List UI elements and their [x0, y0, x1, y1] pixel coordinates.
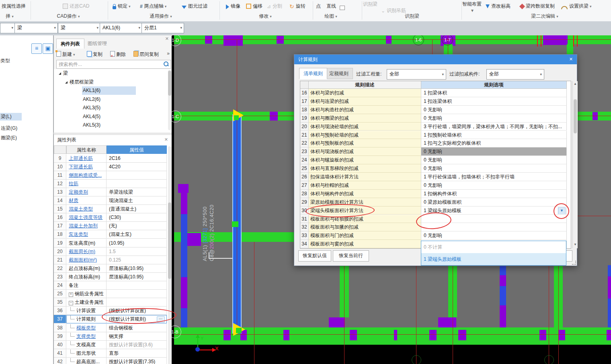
- property-name-label[interactable]: 模板类型: [76, 325, 96, 331]
- property-value[interactable]: [107, 298, 167, 307]
- element-type-combo-3[interactable]: AKL1(6)▾: [100, 23, 142, 33]
- property-value[interactable]: 按默认计算设置(3.6): [107, 341, 167, 349]
- rule-option-value[interactable]: 0 梁原始模板面积: [421, 198, 567, 207]
- column[interactable]: [205, 36, 212, 44]
- rule-option-value[interactable]: 0 无影响: [421, 231, 567, 240]
- delete-component-button[interactable]: 删除: [110, 50, 126, 59]
- element-type-combo-1[interactable]: 梁▾: [14, 23, 58, 33]
- collapse-icon[interactable]: −: [69, 301, 73, 305]
- property-name[interactable]: 混凝土强度等级: [66, 213, 107, 222]
- tree-scrollbar[interactable]: [168, 71, 171, 96]
- column[interactable]: [386, 36, 392, 44]
- copy-component-button[interactable]: 复制: [87, 50, 103, 59]
- dialog-resize-grip[interactable]: [572, 261, 576, 265]
- column-segment[interactable]: [500, 275, 506, 286]
- ribbon-group-5[interactable]: 识别梁: [405, 13, 419, 20]
- dialog-close-icon[interactable]: ✕: [569, 57, 573, 62]
- beam-vertical-blue[interactable]: [181, 214, 187, 277]
- property-value[interactable]: 4C20: [107, 163, 167, 171]
- beam-vertical-blue[interactable]: [608, 265, 611, 333]
- property-value[interactable]: 直形: [107, 349, 167, 358]
- column[interactable]: [458, 330, 466, 340]
- chevron-down-icon[interactable]: ▾: [73, 53, 75, 57]
- property-name-label[interactable]: 混凝土类型: [69, 206, 93, 212]
- property-name-label[interactable]: 侧面构造或受...: [69, 172, 102, 178]
- property-name[interactable]: 支撑类型: [66, 332, 107, 341]
- set-arch-beam-button[interactable]: 设置拱梁▾: [561, 2, 592, 10]
- property-name-label[interactable]: 泵送类型: [69, 231, 88, 237]
- rule-option-value[interactable]: 1 扣连梁体积: [421, 97, 567, 106]
- open-calc-rules-ellipsis-button[interactable]: ⋯: [157, 316, 165, 323]
- chevron-down-icon[interactable]: ▾: [54, 23, 56, 32]
- property-value[interactable]: (C30): [107, 213, 167, 222]
- tab-quota-rules[interactable]: 定额规则: [325, 68, 353, 79]
- property-value[interactable]: 1.5: [107, 247, 167, 256]
- column-segment[interactable]: [500, 305, 506, 327]
- tree-item-AKL2(6)[interactable]: AKL2(6): [83, 95, 100, 104]
- property-name-label[interactable]: 混凝土外加剂: [69, 223, 98, 229]
- property-name[interactable]: 下部通长筋: [66, 163, 107, 171]
- rule-option-value[interactable]: 0 无影响: [421, 106, 567, 114]
- beam-end-node[interactable]: [234, 115, 239, 120]
- property-name[interactable]: 定额类别: [66, 188, 107, 196]
- new-component-button[interactable]: 新建▾: [56, 50, 75, 59]
- column[interactable]: [394, 330, 397, 340]
- property-value[interactable]: 层顶标高(10.95): [107, 273, 167, 281]
- property-name[interactable]: 混凝土外加剂: [66, 222, 107, 230]
- property-value[interactable]: 2C16: [107, 154, 167, 163]
- column[interactable]: [607, 330, 611, 340]
- property-value[interactable]: (按默认计算规则)⋯: [107, 315, 167, 323]
- tree-item-AKL4(5)[interactable]: AKL4(5): [83, 112, 100, 121]
- ribbon-group-4[interactable]: 绘图▾: [324, 13, 337, 20]
- property-name[interactable]: 侧面构造或受...: [66, 171, 107, 180]
- nav-item-0[interactable]: 梁(L): [0, 113, 12, 121]
- rule-option-value[interactable]: 0 无影响: [421, 147, 567, 156]
- column[interactable]: [270, 112, 278, 121]
- property-value[interactable]: (无): [107, 222, 167, 230]
- rules-scrollbar-thumb[interactable]: [574, 99, 577, 133]
- chevron-down-icon[interactable]: ▾: [540, 70, 542, 79]
- search-input[interactable]: 搜索构件...: [56, 60, 171, 69]
- element-type-combo-4[interactable]: 分层1▾: [141, 23, 184, 33]
- property-value[interactable]: 层顶标高(10.95): [107, 264, 167, 273]
- filter-quantity-select[interactable]: 全部▾: [387, 69, 446, 80]
- tree-expand-icon[interactable]: [59, 72, 61, 75]
- tree-item-AKL1(6)[interactable]: AKL1(6): [83, 86, 100, 95]
- lock-button[interactable]: 锁定▾: [113, 2, 131, 10]
- property-name-label[interactable]: 定额类别: [69, 189, 88, 195]
- rule-option-value[interactable]: 1 扣与之实际相交的板体积: [421, 139, 567, 147]
- mirror-button[interactable]: 镜像: [226, 2, 240, 10]
- nav-list-view-icon[interactable]: ≡: [31, 43, 42, 54]
- column[interactable]: [543, 35, 568, 45]
- ribbon-group-2[interactable]: 通用操作▾: [150, 13, 172, 20]
- property-name-label[interactable]: 材质: [69, 198, 78, 203]
- rule-option-value[interactable]: 1 平行砼保温墙，扣墙体积；不扣非平行墙: [421, 173, 567, 181]
- property-value[interactable]: (混凝土泵): [107, 230, 167, 239]
- property-value[interactable]: 单梁连续梁: [107, 188, 167, 196]
- property-value[interactable]: 钢支撑: [107, 332, 167, 341]
- column[interactable]: [277, 36, 284, 44]
- ribbon-group-3[interactable]: 修改▾: [259, 13, 272, 20]
- property-name[interactable]: 模板类型: [66, 324, 107, 332]
- rule-option-value[interactable]: [421, 215, 567, 223]
- column[interactable]: [350, 330, 357, 340]
- property-name-label[interactable]: 截面周长(m): [69, 249, 95, 254]
- expand-icon[interactable]: +: [69, 292, 73, 297]
- tree-item-AKL3(5)[interactable]: AKL3(5): [83, 104, 100, 112]
- property-value[interactable]: [107, 281, 167, 290]
- property-name[interactable]: 拉筋: [66, 180, 107, 188]
- rule-option-value[interactable]: 1 扣预制砼墙体积: [421, 131, 567, 139]
- rule-option-value[interactable]: 0 无影响: [421, 156, 567, 164]
- dropdown-option-original-formwork[interactable]: 1 梁端头原始模板: [421, 253, 566, 265]
- chevron-down-icon[interactable]: ▾: [138, 23, 140, 32]
- column-segment[interactable]: [608, 276, 611, 299]
- rule-option-value[interactable]: 3 平行砼墙，墙梁同厚，梁体积并入墙；不同厚，无影响；不扣...: [421, 123, 567, 131]
- point-tool-button[interactable]: 点: [316, 2, 321, 10]
- property-name-label[interactable]: 支撑类型: [76, 333, 96, 339]
- property-value[interactable]: 按默认计算设置(7.35): [107, 358, 167, 364]
- chevron-down-icon[interactable]: ▾: [11, 23, 13, 32]
- line-tool-button[interactable]: 直线: [326, 2, 336, 10]
- property-value[interactable]: 现浇混凝土: [107, 196, 167, 205]
- column[interactable]: [429, 330, 437, 340]
- two-point-aux-axis-button[interactable]: #两点辅轴▾: [140, 2, 166, 10]
